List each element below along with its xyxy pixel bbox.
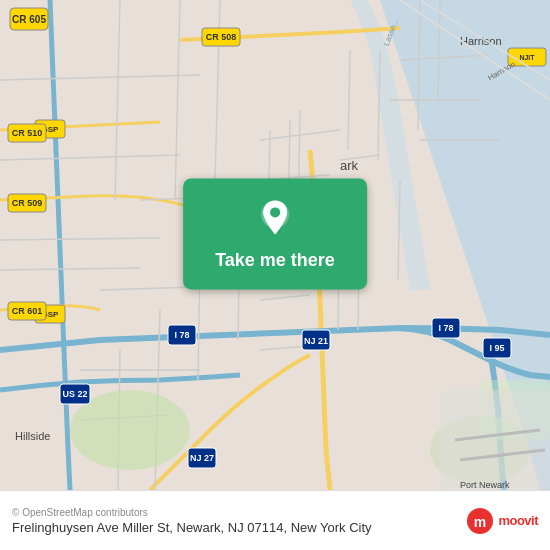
address-text: Frelinghuysen Ave Miller St, Newark, NJ …	[12, 520, 372, 535]
svg-text:CR 509: CR 509	[12, 198, 43, 208]
svg-text:m: m	[474, 514, 486, 530]
svg-text:CR 508: CR 508	[206, 32, 237, 42]
moovit-icon: m	[466, 507, 494, 535]
svg-text:CR 601: CR 601	[12, 306, 43, 316]
map-button-overlay: Take me there	[183, 178, 367, 289]
svg-text:CR 605: CR 605	[12, 14, 46, 25]
footer-left: © OpenStreetMap contributors Frelinghuys…	[12, 507, 372, 535]
svg-text:Hillside: Hillside	[15, 430, 50, 442]
svg-text:CR 510: CR 510	[12, 128, 43, 138]
svg-text:NJIT: NJIT	[519, 54, 535, 61]
take-me-there-button[interactable]: Take me there	[183, 178, 367, 289]
svg-text:US 22: US 22	[62, 389, 87, 399]
moovit-text: moovit	[498, 513, 538, 528]
svg-text:NJ 21: NJ 21	[304, 336, 328, 346]
svg-text:I 78: I 78	[438, 323, 453, 333]
osm-attribution: © OpenStreetMap contributors	[12, 507, 372, 518]
footer: © OpenStreetMap contributors Frelinghuys…	[0, 490, 550, 550]
svg-point-82	[270, 207, 280, 217]
moovit-logo: m moovit	[466, 507, 538, 535]
svg-text:ark: ark	[340, 158, 359, 173]
svg-text:Port Newark: Port Newark	[460, 480, 510, 490]
svg-text:I 78: I 78	[174, 330, 189, 340]
svg-text:NJ 27: NJ 27	[190, 453, 214, 463]
svg-text:I 95: I 95	[489, 343, 504, 353]
location-pin-icon	[253, 196, 297, 240]
take-me-there-label: Take me there	[215, 250, 335, 271]
map-container: CR 605 GSP CR 510 CR 509 CR 508 GSP CR 6…	[0, 0, 550, 490]
